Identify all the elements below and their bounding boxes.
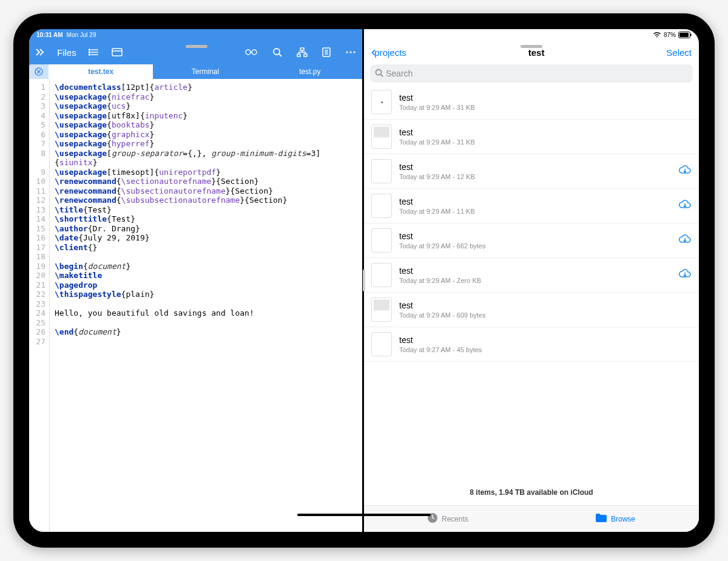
folder-icon bbox=[595, 513, 607, 525]
battery-percent: 87% bbox=[664, 32, 676, 38]
file-name: test bbox=[399, 93, 692, 103]
file-thumbnail bbox=[371, 159, 392, 183]
files-label[interactable]: Files bbox=[57, 47, 76, 58]
wifi-icon bbox=[653, 32, 661, 38]
home-indicator[interactable] bbox=[297, 514, 431, 516]
glasses-icon[interactable] bbox=[244, 49, 258, 56]
battery-icon bbox=[678, 32, 692, 38]
queue-icon[interactable] bbox=[89, 48, 99, 56]
svg-rect-16 bbox=[679, 33, 689, 37]
search-field[interactable]: Search bbox=[370, 64, 693, 83]
file-info: testToday at 9:29 AM - 11 KB bbox=[399, 197, 671, 215]
split-view-handle[interactable] bbox=[363, 270, 365, 291]
back-label: projects bbox=[374, 47, 406, 58]
file-row[interactable]: testToday at 9:27 AM - 45 bytes bbox=[364, 327, 699, 362]
tab-browse-label: Browse bbox=[611, 515, 635, 523]
storage-footer: 8 items, 1.94 TB available on iCloud bbox=[364, 488, 699, 505]
file-name: test bbox=[399, 266, 671, 276]
file-row[interactable]: testToday at 9:29 AM - 609 bytes bbox=[364, 293, 699, 327]
file-meta: Today at 9:29 AM - Zero KB bbox=[399, 277, 671, 284]
file-name: test bbox=[399, 231, 671, 241]
file-name: test bbox=[399, 127, 692, 137]
editor-tab[interactable]: Terminal bbox=[153, 64, 257, 79]
more-icon[interactable] bbox=[345, 50, 356, 54]
file-row[interactable]: testToday at 9:29 AM - 11 KB bbox=[364, 189, 699, 223]
download-cloud-icon[interactable] bbox=[678, 199, 692, 212]
file-thumbnail bbox=[371, 90, 392, 114]
file-meta: Today at 9:29 AM - 31 KB bbox=[399, 138, 692, 146]
file-info: testToday at 9:29 AM - 609 bytes bbox=[399, 301, 692, 319]
file-meta: Today at 9:27 AM - 45 bytes bbox=[399, 346, 692, 353]
download-cloud-icon[interactable] bbox=[678, 268, 692, 282]
files-app: 87% ‹ projects test Select Search tes bbox=[364, 29, 699, 532]
file-thumbnail bbox=[371, 228, 392, 253]
search-icon[interactable] bbox=[272, 47, 282, 57]
status-bar-right: 87% bbox=[364, 29, 699, 40]
file-row[interactable]: testToday at 9:29 AM - 662 bytes bbox=[364, 223, 699, 258]
folder-title: test bbox=[406, 47, 666, 58]
file-name: test bbox=[399, 162, 671, 172]
svg-rect-7 bbox=[300, 48, 304, 50]
panel-icon[interactable] bbox=[112, 48, 123, 56]
code-body[interactable]: \documentclass[12pt]{article} \usepackag… bbox=[50, 79, 362, 532]
svg-rect-3 bbox=[112, 49, 122, 56]
chevrons-icon[interactable] bbox=[35, 48, 45, 56]
svg-point-12 bbox=[349, 51, 351, 53]
file-meta: Today at 9:29 AM - 12 KB bbox=[399, 173, 671, 180]
file-thumbnail bbox=[371, 298, 392, 322]
svg-rect-17 bbox=[690, 33, 692, 36]
file-meta: Today at 9:29 AM - 31 KB bbox=[399, 104, 692, 111]
file-info: testToday at 9:29 AM - 662 bytes bbox=[399, 231, 671, 250]
file-row[interactable]: testToday at 9:29 AM - Zero KB bbox=[364, 258, 699, 293]
svg-point-18 bbox=[376, 69, 382, 75]
editor-tab[interactable]: test.py bbox=[258, 64, 362, 79]
file-list[interactable]: testToday at 9:29 AM - 31 KBtestToday at… bbox=[364, 85, 699, 488]
file-row[interactable]: testToday at 9:29 AM - 31 KB bbox=[364, 85, 699, 120]
file-name: test bbox=[399, 301, 692, 310]
files-tabbar: Recents Browse bbox=[364, 505, 699, 532]
editor-toolbar: Files bbox=[29, 40, 362, 64]
file-row[interactable]: testToday at 9:29 AM - 12 KB bbox=[364, 154, 699, 189]
document-icon[interactable] bbox=[322, 47, 331, 57]
svg-point-4 bbox=[246, 50, 251, 55]
back-button[interactable]: ‹ projects bbox=[371, 47, 406, 58]
file-info: testToday at 9:29 AM - 31 KB bbox=[399, 127, 692, 146]
status-time: 10:31 AM bbox=[36, 32, 63, 38]
structure-icon[interactable] bbox=[297, 47, 308, 57]
svg-point-0 bbox=[89, 49, 90, 50]
file-info: testToday at 9:29 AM - 12 KB bbox=[399, 162, 671, 180]
search-placeholder: Search bbox=[386, 69, 413, 78]
file-meta: Today at 9:29 AM - 609 bytes bbox=[399, 311, 692, 319]
editor-tab[interactable]: test.tex bbox=[49, 64, 153, 79]
download-cloud-icon[interactable] bbox=[678, 165, 692, 178]
multitask-pill-left[interactable] bbox=[186, 45, 207, 48]
svg-rect-8 bbox=[297, 54, 300, 56]
file-name: test bbox=[399, 197, 671, 206]
multitask-pill-right[interactable] bbox=[521, 45, 542, 48]
code-editor[interactable]: 12345678 9101112131415161718192021222324… bbox=[29, 79, 362, 532]
search-glyph-icon bbox=[375, 69, 383, 79]
tab-browse[interactable]: Browse bbox=[531, 506, 699, 532]
file-thumbnail bbox=[371, 263, 392, 287]
file-info: testToday at 9:27 AM - 45 bytes bbox=[399, 335, 692, 353]
tab-recents-label: Recents bbox=[442, 515, 468, 523]
status-bar-left: 10:31 AM Mon Jul 29 bbox=[29, 29, 362, 40]
status-date: Mon Jul 29 bbox=[67, 32, 96, 38]
svg-point-11 bbox=[346, 51, 348, 53]
download-cloud-icon[interactable] bbox=[678, 234, 692, 247]
close-tab-button[interactable] bbox=[29, 64, 49, 79]
file-meta: Today at 9:29 AM - 11 KB bbox=[399, 208, 671, 215]
svg-point-2 bbox=[89, 54, 90, 55]
svg-point-13 bbox=[353, 51, 355, 53]
file-row[interactable]: testToday at 9:29 AM - 31 KB bbox=[364, 120, 699, 154]
file-name: test bbox=[399, 335, 692, 345]
file-thumbnail bbox=[371, 194, 392, 218]
svg-rect-9 bbox=[304, 54, 307, 56]
editor-tabs: test.texTerminaltest.py bbox=[29, 64, 362, 79]
file-thumbnail bbox=[371, 124, 392, 149]
file-meta: Today at 9:29 AM - 662 bytes bbox=[399, 242, 671, 250]
file-info: testToday at 9:29 AM - 31 KB bbox=[399, 93, 692, 111]
select-button[interactable]: Select bbox=[666, 47, 692, 58]
tab-recents[interactable]: Recents bbox=[364, 506, 531, 532]
svg-point-1 bbox=[89, 52, 90, 53]
